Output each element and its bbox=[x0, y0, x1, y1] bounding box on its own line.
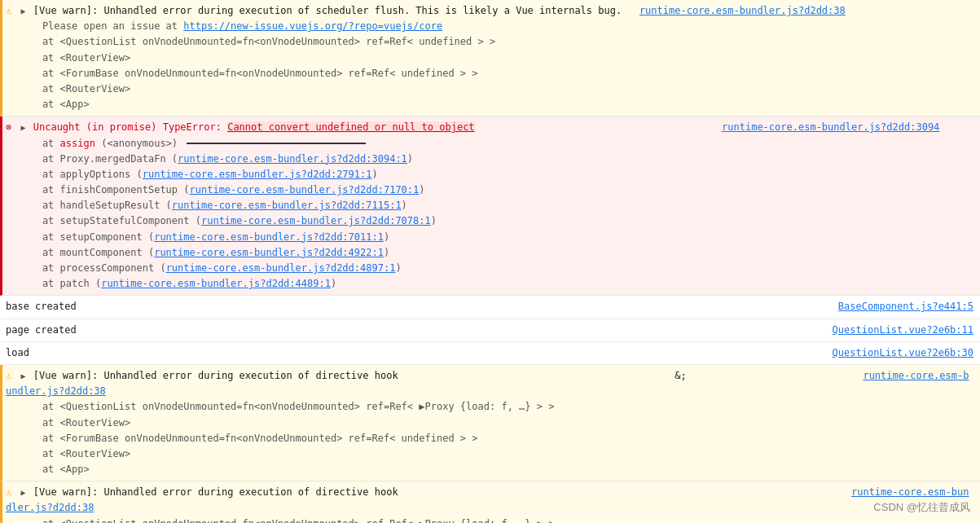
warn-text-2: [Vue warn]: Unhandled error during execu… bbox=[33, 370, 398, 381]
stack-link[interactable]: runtime-core.esm-bundler.js?d2dd:7078:1 bbox=[201, 215, 431, 226]
error-source-1[interactable]: runtime-core.esm-bundler.js?d2dd:3094 bbox=[722, 121, 939, 133]
stack-line: at <QuestionList onVnodeUnmounted=fn<onV… bbox=[19, 34, 973, 50]
expand-arrow-1[interactable]: ▶ bbox=[20, 7, 25, 15]
stack-line: at <App> bbox=[19, 97, 973, 112]
warn-icon-3: ⚠ bbox=[6, 486, 11, 498]
warn-icon-2: ⚠ bbox=[6, 370, 11, 381]
base-created-label: base created bbox=[6, 301, 77, 312]
warn-text-3: [Vue warn]: Unhandled error during execu… bbox=[33, 486, 398, 498]
stack-line: at <RouterView> bbox=[19, 81, 973, 97]
expand-arrow-error-1[interactable]: ▶ bbox=[20, 123, 25, 132]
stack-link[interactable]: runtime-core.esm-bundler.js?d2dd:4922:1 bbox=[154, 247, 384, 258]
log-entry-warn-1: ⚠ ▶ [Vue warn]: Unhandled error during e… bbox=[0, 0, 980, 116]
error-highlight-1: Cannot convert undefined or null to obje… bbox=[227, 121, 474, 133]
underline-bar bbox=[187, 143, 366, 144]
stack-line: at <RouterView> bbox=[19, 446, 973, 462]
warn-text-1: [Vue warn]: Unhandled error during execu… bbox=[33, 5, 622, 16]
issue-link-1[interactable]: https://new-issue.vuejs.org/?repo=vuejs/… bbox=[183, 20, 442, 32]
log-message-1: ⚠ ▶ [Vue warn]: Unhandled error during e… bbox=[6, 3, 964, 19]
watermark: CSDN @忆往昔成风 bbox=[873, 500, 970, 515]
log-message-load: load bbox=[6, 345, 823, 361]
stack-line: at handleSetupResult (runtime-core.esm-b… bbox=[19, 198, 973, 213]
page-created-label: page created bbox=[6, 324, 77, 336]
log-entry-info-base: base created BaseComponent.js?e441:5 bbox=[0, 296, 980, 319]
stack-line: at <QuestionList onVnodeUnmounted=fn<onV… bbox=[19, 516, 973, 523]
log-entry-error-1: ⊗ ▶ Uncaught (in promise) TypeError: Can… bbox=[0, 116, 980, 296]
log-message-warn-2: ⚠ ▶ [Vue warn]: Unhandled error during e… bbox=[6, 368, 973, 399]
stack-line: at setupComponent (runtime-core.esm-bund… bbox=[19, 230, 973, 245]
assign-text: assign bbox=[60, 138, 95, 149]
log-entry-info-load: load QuestionList.vue?2e6b:30 bbox=[0, 342, 980, 365]
load-label: load bbox=[6, 347, 29, 358]
log-stack-warn-3: at <QuestionList onVnodeUnmounted=fn<onV… bbox=[6, 516, 973, 523]
stack-line: at <RouterView> bbox=[19, 415, 973, 431]
log-message-page: page created bbox=[6, 323, 823, 338]
warn-icon-1: ⚠ bbox=[6, 5, 11, 16]
stack-line: at Proxy.mergedDataFn (runtime-core.esm-… bbox=[19, 152, 973, 167]
stack-link[interactable]: runtime-core.esm-bundler.js?d2dd:2791:1 bbox=[143, 169, 372, 180]
error-prefix-1: Uncaught (in promise) TypeError: bbox=[33, 121, 227, 133]
log-message-warn-3: ⚠ ▶ [Vue warn]: Unhandled error during e… bbox=[6, 485, 973, 516]
stack-line: at mountComponent (runtime-core.esm-bund… bbox=[19, 245, 973, 261]
stack-line: at <ForumBase onVnodeUnmounted=fn<onVnod… bbox=[19, 66, 973, 81]
stack-link[interactable]: runtime-core.esm-bundler.js?d2dd:4489:1 bbox=[101, 278, 331, 289]
error-icon-1: ⊗ bbox=[6, 121, 11, 133]
log-source-base[interactable]: BaseComponent.js?e441:5 bbox=[838, 299, 973, 314]
stack-link[interactable]: runtime-core.esm-bundler.js?d2dd:4897:1 bbox=[166, 262, 396, 274]
vue-issue-link-1[interactable]: runtime-core.esm-bundler.js?d2dd:38 bbox=[639, 5, 846, 16]
stack-link[interactable]: runtime-core.esm-bundler.js?d2dd:7115:1 bbox=[172, 200, 402, 211]
stack-line: at <RouterView> bbox=[19, 51, 973, 66]
log-stack-1: Please open an issue at https://new-issu… bbox=[6, 19, 973, 112]
stack-link[interactable]: runtime-core.esm-bundler.js?d2dd:3094:1 bbox=[178, 153, 407, 165]
stack-line: at setupStatefulComponent (runtime-core.… bbox=[19, 213, 973, 229]
log-source-page[interactable]: QuestionList.vue?2e6b:11 bbox=[833, 323, 973, 338]
console-panel: ⚠ ▶ [Vue warn]: Unhandled error during e… bbox=[0, 0, 980, 523]
log-message-error-1: ⊗ ▶ Uncaught (in promise) TypeError: Can… bbox=[6, 120, 973, 135]
log-stack-warn-2: at <QuestionList onVnodeUnmounted=fn<onV… bbox=[6, 399, 973, 477]
stack-assign-line: at assign (<anonymous>) bbox=[19, 136, 973, 152]
stack-link[interactable]: runtime-core.esm-bundler.js?d2dd:7170:1 bbox=[190, 184, 420, 196]
stack-line: at patch (runtime-core.esm-bundler.js?d2… bbox=[19, 276, 973, 292]
stack-link[interactable]: runtime-core.esm-bundler.js?d2dd:7011:1 bbox=[154, 231, 384, 243]
log-entry-warn-3: ⚠ ▶ [Vue warn]: Unhandled error during e… bbox=[0, 481, 980, 523]
expand-arrow-warn-3[interactable]: ▶ bbox=[20, 488, 25, 497]
stack-line: at <App> bbox=[19, 462, 973, 477]
log-source-load[interactable]: QuestionList.vue?2e6b:30 bbox=[833, 345, 973, 361]
stack-line: at applyOptions (runtime-core.esm-bundle… bbox=[19, 167, 973, 182]
log-entry-warn-2: ⚠ ▶ [Vue warn]: Unhandled error during e… bbox=[0, 365, 980, 481]
stack-line: at finishComponentSetup (runtime-core.es… bbox=[19, 182, 973, 198]
stack-line: at <ForumBase onVnodeUnmounted=fn<onVnod… bbox=[19, 431, 973, 446]
expand-arrow-warn-2[interactable]: ▶ bbox=[20, 371, 25, 380]
log-stack-error-1: at assign (<anonymous>) at Proxy.mergedD… bbox=[6, 136, 973, 292]
stack-line: at <QuestionList onVnodeUnmounted=fn<onV… bbox=[19, 399, 973, 415]
log-entry-info-page: page created QuestionList.vue?2e6b:11 bbox=[0, 319, 980, 342]
log-message-base: base created bbox=[6, 299, 828, 314]
stack-line: at processComponent (runtime-core.esm-bu… bbox=[19, 261, 973, 276]
